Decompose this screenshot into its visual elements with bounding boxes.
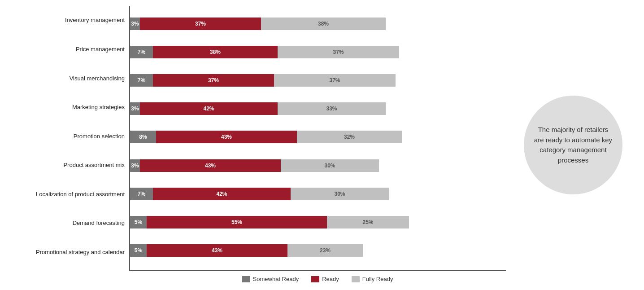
- bar-segment-ready: 43%: [156, 131, 297, 143]
- bar-segment-somewhat: 7%: [130, 46, 153, 58]
- bar-segment-fully: 25%: [327, 216, 409, 228]
- main-container: Inventory managementPrice managementVisu…: [13, 6, 631, 284]
- legend: Somewhat ReadyReadyFully Ready: [13, 271, 506, 284]
- bar-segment-ready: 43%: [147, 244, 287, 257]
- legend-label-ready: Ready: [322, 276, 339, 282]
- y-label: Localization of product assortment: [13, 191, 125, 198]
- chart-area: Inventory managementPrice managementVisu…: [13, 6, 506, 284]
- bar-segment-fully: 32%: [297, 131, 402, 143]
- y-label: Marketing strategies: [13, 104, 125, 111]
- bar-segment-fully: 37%: [278, 46, 399, 58]
- y-label: Promotion selection: [13, 133, 125, 140]
- bar-row: 3%37%38%: [130, 16, 506, 32]
- bar-row: 7%42%30%: [130, 186, 506, 202]
- bar-row: 7%38%37%: [130, 44, 506, 60]
- bar-segment-fully: 33%: [278, 102, 386, 115]
- bar-row: 3%43%30%: [130, 158, 506, 174]
- bar-segment-somewhat: 7%: [130, 188, 153, 200]
- bar-segment-somewhat: 5%: [130, 216, 147, 228]
- legend-label-fully: Fully Ready: [362, 276, 393, 282]
- bar-segment-fully: 37%: [274, 74, 396, 87]
- bar-segment-ready: 43%: [140, 159, 281, 172]
- bar-segment-somewhat: 3%: [130, 159, 140, 172]
- legend-item-ready: Ready: [311, 276, 339, 282]
- legend-swatch-fully: [352, 276, 360, 282]
- bar-segment-somewhat: 5%: [130, 244, 147, 257]
- bar-segment-ready: 37%: [140, 18, 261, 30]
- bar-segment-ready: 42%: [140, 102, 278, 115]
- bar-segment-ready: 37%: [153, 74, 274, 87]
- bar-segment-somewhat: 8%: [130, 131, 156, 143]
- bar-segment-ready: 55%: [147, 216, 327, 228]
- y-label: Demand forecasting: [13, 220, 125, 227]
- bar-segment-fully: 30%: [281, 159, 379, 172]
- bar-segment-fully: 38%: [261, 18, 386, 30]
- y-label: Product assortment mix: [13, 162, 125, 169]
- bar-row: 8%43%32%: [130, 129, 506, 145]
- bar-segment-somewhat: 3%: [130, 102, 140, 115]
- y-label: Visual merchandising: [13, 75, 125, 82]
- bar-segment-fully: 23%: [287, 244, 363, 257]
- legend-swatch-ready: [311, 276, 319, 282]
- y-labels: Inventory managementPrice managementVisu…: [13, 6, 129, 271]
- legend-item-fully: Fully Ready: [352, 276, 393, 282]
- bar-row: 7%37%37%: [130, 72, 506, 88]
- bar-segment-fully: 30%: [291, 188, 389, 200]
- legend-item-somewhat: Somewhat Ready: [242, 276, 299, 282]
- bars-container: 3%37%38%7%38%37%7%37%37%3%42%33%8%43%32%…: [129, 6, 506, 271]
- bar-segment-somewhat: 3%: [130, 18, 140, 30]
- bar-segment-ready: 42%: [153, 188, 291, 200]
- bar-row: 5%55%25%: [130, 214, 506, 230]
- y-label: Price management: [13, 46, 125, 53]
- bars-section: Inventory managementPrice managementVisu…: [13, 6, 506, 271]
- y-label: Promotional strategy and calendar: [13, 249, 125, 256]
- bar-segment-somewhat: 7%: [130, 74, 153, 87]
- bar-row: 3%42%33%: [130, 101, 506, 117]
- callout-panel: The majority of retailers are ready to a…: [515, 96, 631, 194]
- bar-row: 5%43%23%: [130, 242, 506, 259]
- callout-text: The majority of retailers are ready to a…: [533, 125, 614, 165]
- legend-label-somewhat: Somewhat Ready: [253, 276, 299, 282]
- bar-segment-ready: 38%: [153, 46, 278, 58]
- y-label: Inventory management: [13, 17, 125, 24]
- callout-circle: The majority of retailers are ready to a…: [524, 96, 622, 194]
- legend-swatch-somewhat: [242, 276, 250, 282]
